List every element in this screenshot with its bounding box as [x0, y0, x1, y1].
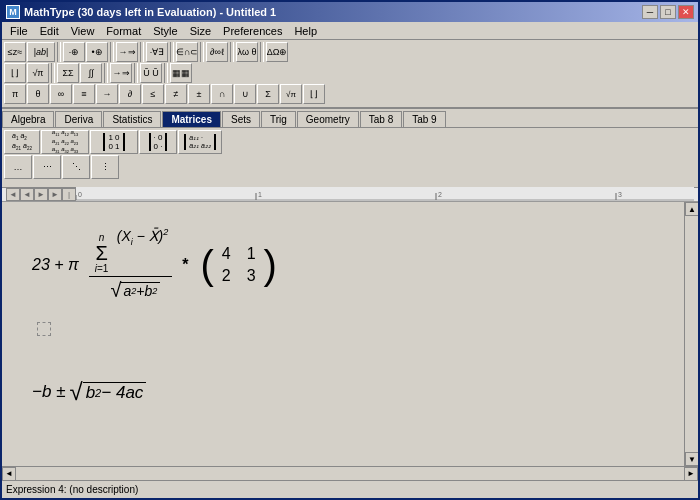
palette-lower-matrix[interactable]: a₁₁ ·a₂₁ a₂₂: [178, 130, 222, 154]
close-button[interactable]: ✕: [678, 5, 694, 19]
palette-dots1[interactable]: …: [4, 155, 32, 179]
matrix-paren-left: (: [200, 248, 213, 282]
menu-file[interactable]: File: [4, 24, 34, 38]
tb-calculus[interactable]: ∂∞ℓ: [206, 42, 228, 62]
tab-tab8[interactable]: Tab 8: [360, 111, 402, 127]
palette-matrix-2x2[interactable]: a1 a2a21 a22: [4, 130, 40, 154]
tb-forall[interactable]: ·∀∃: [146, 42, 168, 62]
tab-trig[interactable]: Trig: [261, 111, 296, 127]
matrix-paren-right: ): [264, 248, 277, 282]
tb-bullet[interactable]: •⊕: [86, 42, 108, 62]
minimize-button[interactable]: ─: [642, 5, 658, 19]
palette-dots3[interactable]: ⋱: [62, 155, 90, 179]
editor-wrapper: 23 + π n Σ i=1: [2, 202, 698, 466]
ruler-btn2[interactable]: ◄: [20, 188, 34, 201]
menu-view[interactable]: View: [65, 24, 101, 38]
tb-dot[interactable]: ·⊕: [63, 42, 85, 62]
menu-style[interactable]: Style: [147, 24, 183, 38]
math-expression-1: 23 + π n Σ i=1: [22, 212, 664, 421]
matrix-display: ( 4 1 2 3 ): [200, 241, 276, 289]
tb-floor[interactable]: ⌊⌋: [4, 63, 26, 83]
tb-greek2[interactable]: ΔΩ⊕: [266, 42, 288, 62]
fraction-numerator: n Σ i=1 (Xi − X̄)2: [89, 227, 172, 277]
toolbar-row1: ≤z≈ |ab| ·⊕ •⊕ →⇒ ·∀∃ ∈∩⊂ ∂∞ℓ λω θ ΔΩ⊕: [4, 42, 696, 62]
vertical-scrollbar: ▲ ▼: [684, 202, 698, 466]
tb-sum[interactable]: Σ: [257, 84, 279, 104]
tb-neq[interactable]: ≠: [165, 84, 187, 104]
maximize-button[interactable]: □: [660, 5, 676, 19]
menu-edit[interactable]: Edit: [34, 24, 65, 38]
tb-bracket[interactable]: ⌊⌋: [303, 84, 325, 104]
tb-sigma1[interactable]: ΣΣ: [57, 63, 79, 83]
matrix-r2c1: 2: [222, 267, 231, 285]
menu-format[interactable]: Format: [100, 24, 147, 38]
tb-arrow2[interactable]: →⇒: [110, 63, 132, 83]
scroll-down-button[interactable]: ▼: [685, 452, 698, 466]
expression1: 23 + π n Σ i=1: [32, 227, 654, 302]
tab-matrices[interactable]: Matrices: [162, 111, 221, 127]
tb-greek1[interactable]: λω θ: [236, 42, 258, 62]
menu-preferences[interactable]: Preferences: [217, 24, 288, 38]
tb-cup[interactable]: ∪: [234, 84, 256, 104]
multiply-sign: *: [182, 256, 188, 274]
menu-help[interactable]: Help: [288, 24, 323, 38]
scroll-up-button[interactable]: ▲: [685, 202, 698, 216]
tab-algebra[interactable]: Algebra: [2, 111, 54, 127]
tb-leq[interactable]: ≤: [142, 84, 164, 104]
tb-abs[interactable]: |ab|: [27, 42, 55, 62]
tb-infinity[interactable]: ∞: [50, 84, 72, 104]
matrix-grid: 4 1 2 3: [218, 241, 260, 289]
tb-partial[interactable]: ∂: [119, 84, 141, 104]
palette-diag-matrix[interactable]: · 00 ·: [139, 130, 177, 154]
tb-hat[interactable]: Ũ Ũ: [140, 63, 162, 83]
scroll-right-button[interactable]: ►: [684, 467, 698, 481]
matrix-r1c2: 1: [247, 245, 256, 263]
tb-arrow1[interactable]: →⇒: [116, 42, 138, 62]
h-scroll-track[interactable]: [16, 467, 684, 481]
tb-pm[interactable]: ±: [188, 84, 210, 104]
svg-text:1: 1: [258, 191, 262, 198]
tb-grid[interactable]: ▦▦: [170, 63, 192, 83]
palette-identity-2[interactable]: 1 00 1: [90, 130, 138, 154]
tab-statistics[interactable]: Statistics: [103, 111, 161, 127]
svg-text:0: 0: [78, 191, 82, 198]
tab-geometry[interactable]: Geometry: [297, 111, 359, 127]
separator10: [134, 63, 138, 83]
fraction-block: n Σ i=1 (Xi − X̄)2: [89, 227, 172, 302]
ruler-btn3[interactable]: ►: [34, 188, 48, 201]
svg-text:2: 2: [438, 191, 442, 198]
title-controls: ─ □ ✕: [642, 5, 694, 19]
tb-theta[interactable]: θ: [27, 84, 49, 104]
tb-pi[interactable]: π: [4, 84, 26, 104]
editor-area[interactable]: 23 + π n Σ i=1: [2, 202, 684, 466]
tb-lessequal[interactable]: ≤z≈: [4, 42, 26, 62]
ruler-btn5[interactable]: |: [62, 188, 76, 201]
tb-sqrt[interactable]: √π: [27, 63, 49, 83]
status-text: Expression 4: (no description): [6, 484, 138, 495]
toolbar-area: ≤z≈ |ab| ·⊕ •⊕ →⇒ ·∀∃ ∈∩⊂ ∂∞ℓ λω θ ΔΩ⊕: [2, 40, 698, 109]
separator4: [170, 42, 174, 62]
menu-bar: File Edit View Format Style Size Prefere…: [2, 22, 698, 40]
tb-rightarrow[interactable]: →: [96, 84, 118, 104]
tb-sqrtpi[interactable]: √π: [280, 84, 302, 104]
menu-size[interactable]: Size: [184, 24, 217, 38]
tb-set1[interactable]: ∈∩⊂: [176, 42, 198, 62]
tb-cap[interactable]: ∩: [211, 84, 233, 104]
palette-matrix-3x3[interactable]: a11 a12 a13 a21 a22 a23 a31 a32 a33: [41, 130, 89, 154]
ruler-track: 0 1 2 3: [76, 187, 694, 201]
tb-integral[interactable]: ∫∫: [80, 63, 102, 83]
scroll-left-button[interactable]: ◄: [2, 467, 16, 481]
tab-deriva[interactable]: Deriva: [55, 111, 102, 127]
tab-sets[interactable]: Sets: [222, 111, 260, 127]
tab-tab9[interactable]: Tab 9: [403, 111, 445, 127]
sqrt-content: a2 + b2: [121, 282, 161, 299]
ruler-left-btn[interactable]: ◄: [6, 188, 20, 201]
window-title: MathType (30 days left in Evaluation) - …: [24, 6, 276, 18]
scroll-track[interactable]: [685, 216, 698, 452]
palette-dots2[interactable]: ⋯: [33, 155, 61, 179]
palette-dots4[interactable]: ⋮: [91, 155, 119, 179]
tb-equiv[interactable]: ≡: [73, 84, 95, 104]
ruler-btn4[interactable]: ►: [48, 188, 62, 201]
status-bar: Expression 4: (no description): [2, 480, 698, 498]
ruler: ◄ ◄ ► ► | 0 1 2 3: [2, 188, 698, 202]
